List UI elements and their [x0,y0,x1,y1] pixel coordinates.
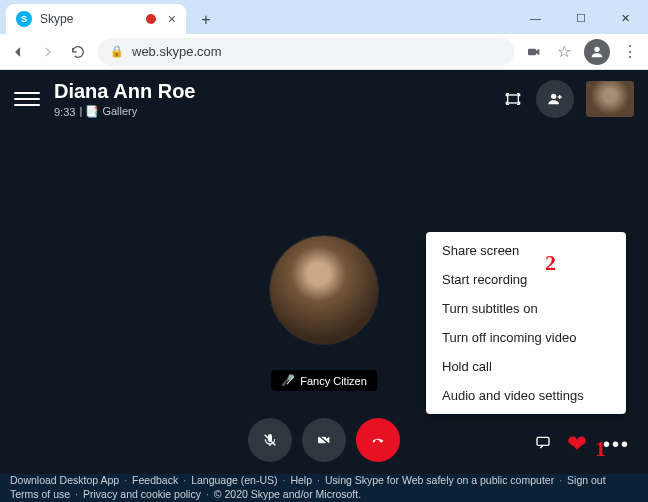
menu-av-settings[interactable]: Audio and video settings [426,381,626,410]
browser-tab[interactable]: S Skype × [6,4,186,34]
footer-link[interactable]: Download Desktop App [10,474,119,488]
call-timer: 9:33 [54,106,75,118]
new-tab-button[interactable]: + [192,6,220,34]
end-call-button[interactable] [356,418,400,462]
back-button[interactable] [8,44,28,60]
mic-off-icon: 🎤̸ [281,374,295,387]
footer-link[interactable]: Help [290,474,312,488]
footer-link[interactable]: Privacy and cookie policy [83,488,201,502]
remote-avatar [269,235,379,345]
skype-call-view: Diana Ann Roe 9:33 | 📑 Gallery 🎤̸ 🎤̸ Fan… [0,70,648,474]
account-avatar-icon[interactable] [584,39,610,65]
camera-indicator-icon[interactable] [524,44,544,60]
svg-point-1 [594,46,599,51]
window-maximize[interactable]: ☐ [558,2,603,34]
menu-hamburger-icon[interactable] [14,86,40,112]
recording-indicator-icon [146,14,156,24]
menu-hold-call[interactable]: Hold call [426,352,626,381]
footer-link[interactable]: Sign out [567,474,606,488]
window-close[interactable]: ✕ [603,2,648,34]
lock-icon: 🔒 [110,45,124,58]
browser-titlebar: S Skype × + — ☐ ✕ [0,0,648,34]
call-controls [248,418,400,462]
self-video-thumbnail[interactable]: 🎤̸ [586,81,634,117]
mute-mic-button[interactable] [248,418,292,462]
tab-close-icon[interactable]: × [168,11,176,27]
add-participant-button[interactable] [536,80,574,118]
browser-toolbar: 🔒 web.skype.com ☆ ⋮ [0,34,648,70]
menu-share-screen[interactable]: Share screen [426,236,626,265]
heart-reaction-icon[interactable]: ❤ [567,430,587,458]
footer-link[interactable]: Terms of use [10,488,70,502]
mic-muted-badge-icon: 🎤̸ [620,103,634,117]
svg-rect-8 [537,437,549,445]
avatar-image [269,235,379,345]
window-controls: — ☐ ✕ [513,2,648,34]
call-info: Diana Ann Roe 9:33 | 📑 Gallery [54,80,196,118]
annotation-2: 2 [545,250,556,276]
annotation-1: 1 [595,436,606,462]
svg-rect-2 [508,95,519,103]
address-bar[interactable]: 🔒 web.skype.com [98,38,514,66]
window-minimize[interactable]: — [513,2,558,34]
footer-copyright: © 2020 Skype and/or Microsoft. [214,488,361,502]
footer-link[interactable]: Feedback [132,474,178,488]
self-name-label: Fancy Citizen [300,375,367,387]
more-options-button[interactable]: ••• [603,433,630,456]
self-name-tag: 🎤̸ Fancy Citizen [271,370,377,391]
skype-favicon: S [16,11,32,27]
reload-button[interactable] [68,44,88,60]
browser-menu-icon[interactable]: ⋮ [620,42,640,61]
bookmark-icon[interactable]: ☆ [554,42,574,61]
toggle-video-button[interactable] [302,418,346,462]
tab-title: Skype [40,12,73,26]
menu-start-recording[interactable]: Start recording [426,265,626,294]
url-text: web.skype.com [132,44,222,59]
contact-name: Diana Ann Roe [54,80,196,103]
call-header: Diana Ann Roe 9:33 | 📑 Gallery 🎤̸ [14,80,634,118]
reaction-bar: ❤ ••• [535,430,630,458]
grid-snapshot-icon[interactable] [502,88,524,110]
view-mode-label[interactable]: | 📑 Gallery [79,105,137,118]
svg-point-3 [551,94,556,99]
footer: Download Desktop App· Feedback· Language… [0,474,648,502]
svg-rect-0 [528,48,536,55]
open-chat-button[interactable] [535,434,551,454]
more-options-menu: Share screen Start recording Turn subtit… [426,232,626,414]
menu-subtitles[interactable]: Turn subtitles on [426,294,626,323]
menu-incoming-video[interactable]: Turn off incoming video [426,323,626,352]
footer-link[interactable]: Language (en-US) [191,474,277,488]
footer-link[interactable]: Using Skype for Web safely on a public c… [325,474,554,488]
forward-button [38,44,58,60]
